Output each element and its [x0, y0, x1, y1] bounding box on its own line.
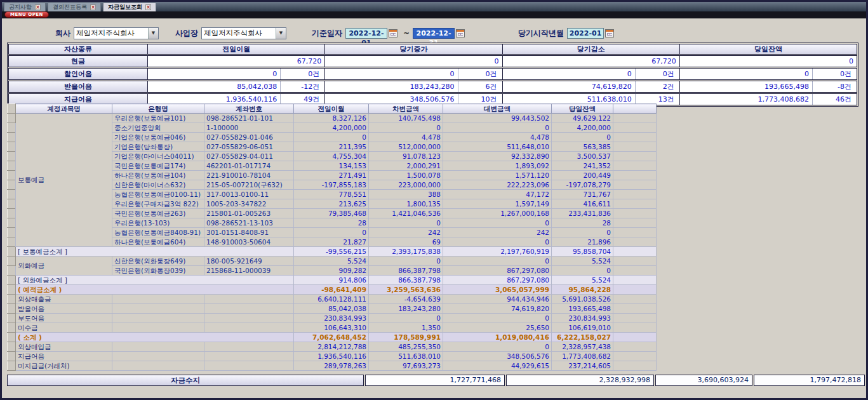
debit-amount-cell: 866,387,798 [369, 266, 443, 276]
debit-amount-cell: 223,000,000 [369, 180, 443, 190]
account-number-cell [204, 304, 294, 314]
summary-value-cell: 74,619,8202건 [502, 81, 679, 92]
prev-balance-cell: 8,327,126 [294, 114, 369, 123]
row-selector[interactable] [8, 142, 16, 152]
credit-amount-cell: 0 [443, 123, 552, 133]
account-number-cell: 317-0013-0100-11 [204, 190, 294, 199]
row-selector[interactable] [8, 114, 16, 123]
bank-name-cell [112, 342, 204, 352]
row-selector[interactable] [8, 342, 16, 352]
debit-amount-cell: 511,638,010 [369, 352, 443, 361]
row-selector[interactable] [8, 237, 16, 247]
row-selector[interactable] [8, 352, 16, 361]
debit-amount-cell: 0 [369, 314, 443, 323]
detail-row[interactable]: 받을어음85,042,038183,243,28074,619,820193,6… [8, 304, 657, 314]
row-selector[interactable] [8, 218, 16, 228]
summary-header-row: 자산종류전일이월당기증가당기감소당일잔액 [8, 44, 857, 55]
row-selector[interactable] [8, 161, 16, 171]
daily-balance-cell: 3,500,537 [552, 152, 613, 161]
summary-count: 0건 [812, 69, 857, 79]
row-selector[interactable] [8, 295, 16, 304]
row-selector[interactable] [8, 133, 16, 142]
detail-header-cell: 당일잔액 [552, 104, 613, 114]
footer-row: 자금수지 1,727,771,4682,328,932,9983,690,603… [7, 375, 865, 386]
detail-row[interactable]: 외상매출금6,640,128,111-4,654,639944,434,9465… [8, 295, 657, 304]
detail-row[interactable]: [ 보통예금소계 ]-99,556,2152,393,175,8382,197,… [8, 247, 657, 257]
row-selector[interactable] [8, 257, 16, 266]
debit-amount-cell: 2,000,291 [369, 161, 443, 171]
row-selector[interactable] [8, 123, 16, 133]
credit-amount-cell: 3,065,057,999 [443, 285, 552, 295]
row-selector[interactable] [8, 304, 16, 314]
detail-body: 보통예금우리은행(보통예금101)098-286521-01-1018,327,… [8, 114, 657, 371]
row-selector[interactable] [8, 152, 16, 161]
summary-amount: 1,936,540,116 [148, 95, 280, 103]
filler-cell [613, 285, 657, 295]
dropdown-arrow-icon[interactable]: ▼ [148, 28, 158, 39]
row-selector[interactable] [8, 180, 16, 190]
detail-row[interactable]: [ 외화예금소계 ]914,806866,387,798867,297,0805… [8, 276, 657, 285]
calendar-icon[interactable] [389, 29, 397, 37]
filler-cell [613, 333, 657, 342]
account-number-cell: 221-910010-78104 [204, 171, 294, 180]
summary-value-cell: 67,720 [502, 56, 679, 67]
account-number-cell [204, 361, 294, 371]
detail-row[interactable]: ( 소계 )7,062,648,452178,589,9911,019,080,… [8, 333, 657, 342]
tab-결의전표등록[interactable]: 결의전표등록× [48, 3, 101, 11]
credit-amount-cell: 0 [443, 218, 552, 228]
tab-공지사항[interactable]: 공지사항× [4, 3, 46, 11]
detail-row[interactable]: ( 예적금소계 )-98,641,4093,259,563,6363,065,0… [8, 285, 657, 295]
date-from-input[interactable]: 2022-12-01 [345, 28, 387, 39]
summary-count: -12건 [280, 81, 324, 92]
row-selector[interactable] [8, 285, 16, 295]
detail-row[interactable]: 보통예금우리은행(보통예금101)098-286521-01-1018,327,… [8, 114, 657, 123]
summary-row-label: 받을어음 [9, 81, 147, 92]
daily-balance-cell: 200,449 [552, 171, 613, 180]
row-selector[interactable] [8, 209, 16, 218]
prev-balance-cell: -98,641,409 [294, 285, 369, 295]
detail-row[interactable]: 외화예금신한은행(외화통장649)180-005-9216495,524005,… [8, 257, 657, 266]
row-selector[interactable] [8, 228, 16, 237]
filler-cell [613, 247, 657, 257]
workplace-select[interactable]: 제일저지주식회사 ▼ [201, 27, 286, 39]
daily-balance-cell: 5,524 [552, 276, 613, 285]
calendar-icon[interactable] [605, 29, 614, 37]
dropdown-arrow-icon[interactable]: ▼ [276, 28, 286, 39]
row-selector[interactable] [8, 247, 16, 257]
row-selector[interactable] [8, 199, 16, 209]
prev-balance-cell: 2,814,212,788 [294, 342, 369, 352]
filler-cell [613, 114, 657, 123]
tab-close-icon[interactable]: × [90, 4, 96, 10]
row-selector[interactable] [8, 190, 16, 199]
row-selector[interactable] [8, 361, 16, 371]
tab-자금일보조회[interactable]: 자금일보조회× [103, 3, 156, 11]
row-selector[interactable] [8, 171, 16, 180]
credit-amount-cell: 222,223,096 [443, 180, 552, 190]
tab-close-icon[interactable]: × [145, 4, 151, 10]
prev-balance-cell: 914,806 [294, 276, 369, 285]
calendar-icon[interactable] [456, 29, 465, 37]
menu-open-button[interactable]: MENU OPEN [4, 11, 49, 18]
company-select[interactable]: 제일저지주식회사 ▼ [74, 27, 159, 39]
tab-close-icon[interactable]: × [35, 4, 41, 10]
date-to-input[interactable]: 2022-12-31 [413, 28, 455, 39]
period-start-input[interactable]: 2022-01 [567, 28, 604, 39]
footer-total-value: 2,328,932,998 [506, 375, 654, 386]
footer-total-value: 3,690,603,924 [655, 375, 752, 386]
credit-amount-cell: 99,443,502 [443, 114, 552, 123]
credit-amount-cell: 2,197,760,919 [443, 247, 552, 257]
workplace-label: 사업장 [175, 28, 198, 39]
row-selector[interactable] [8, 323, 16, 333]
detail-row[interactable]: 지급어음1,936,540,116511,638,010348,506,5761… [8, 352, 657, 361]
row-selector[interactable] [8, 266, 16, 276]
row-selector[interactable] [8, 333, 16, 342]
daily-balance-cell: 95,864,228 [552, 285, 613, 295]
detail-row[interactable]: 부도어음230,834,99300230,834,993 [8, 314, 657, 323]
detail-row[interactable]: 미지급금(거래처)289,978,26397,693,27344,929,615… [8, 361, 657, 371]
row-selector[interactable] [8, 314, 16, 323]
detail-row[interactable]: 외상매입금2,814,212,788485,255,35002,328,957,… [8, 342, 657, 352]
row-selector[interactable] [8, 276, 16, 285]
detail-row[interactable]: 미수금106,643,3101,35025,650106,619,010 [8, 323, 657, 333]
prev-balance-cell: 1,936,540,116 [294, 352, 369, 361]
daily-balance-cell: 6,222,158,027 [552, 333, 613, 342]
